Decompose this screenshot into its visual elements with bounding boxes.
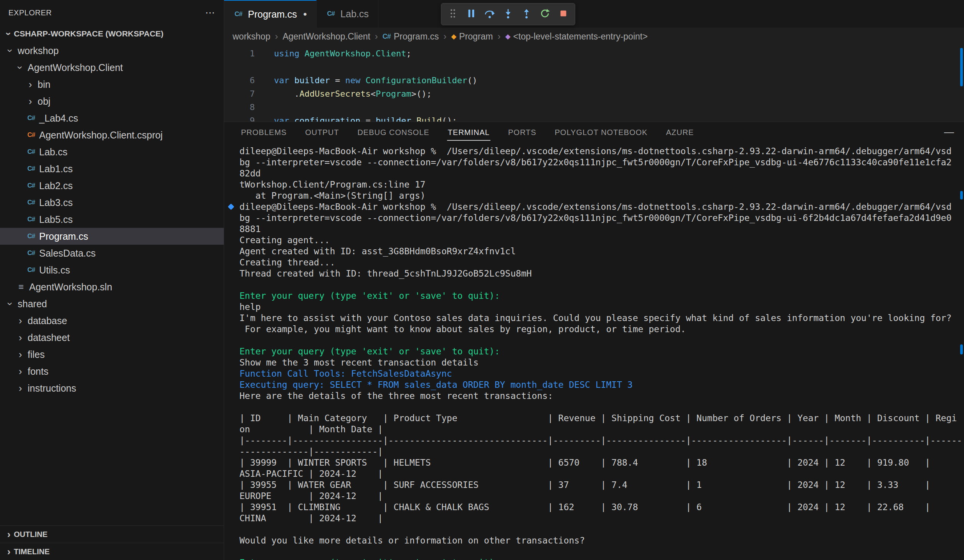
tree-item-Lab3.cs[interactable]: C#Lab3.cs: [0, 194, 224, 211]
terminal-line: | 39999 | WINTER SPORTS | HELMETS | 6570…: [239, 457, 964, 468]
tree-item-label: SalesData.cs: [39, 248, 96, 259]
terminal-line: Agent created with ID: asst_3G8BHdm0BsoR…: [239, 246, 964, 257]
terminal-line: [239, 546, 964, 557]
code-editor[interactable]: 1using AgentWorkshop.Client;6var builder…: [224, 45, 964, 122]
terminal-line: [239, 524, 964, 535]
pause-button[interactable]: [463, 6, 480, 23]
terminal-line: | 39955 | WATER GEAR | SURF ACCESSORIES …: [239, 479, 964, 491]
tree-item-Utils.cs[interactable]: C#Utils.cs: [0, 262, 224, 278]
panel-tab-problems[interactable]: PROBLEMS: [240, 124, 287, 141]
tree-item-datasheet[interactable]: ›datasheet: [0, 329, 224, 346]
csharp-file-icon: C#: [383, 33, 391, 41]
csharp-file-icon: C#: [25, 249, 37, 257]
code-line-text: var configuration = builder.Build();: [255, 114, 457, 122]
terminal-line: Creating thread...: [239, 257, 964, 268]
breadcrumb-label: Program.cs: [394, 31, 439, 42]
terminal-line: Function Call Tools: FetchSalesDataAsync: [239, 368, 964, 379]
step-out-button[interactable]: [518, 6, 535, 23]
step-over-button[interactable]: [481, 6, 498, 23]
tree-item-AgentWorkshop.Client.csproj[interactable]: C#AgentWorkshop.Client.csproj: [0, 127, 224, 143]
scrollbar-mark: [960, 344, 963, 354]
breadcrumb-item-1[interactable]: workshop: [233, 31, 270, 42]
tree-item-shared[interactable]: ›shared: [0, 295, 224, 312]
breadcrumb: workshop›AgentWorkshop.Client›C#Program.…: [224, 28, 964, 45]
breadcrumb-label: <top-level-statements-entry-point>: [513, 31, 647, 42]
stop-button[interactable]: [555, 6, 572, 23]
tree-item-files[interactable]: ›files: [0, 346, 224, 363]
tree-item-obj[interactable]: ›obj: [0, 93, 224, 110]
tree-item-fonts[interactable]: ›fonts: [0, 363, 224, 380]
tree-item-_Lab4.cs[interactable]: C#_Lab4.cs: [0, 110, 224, 127]
breadcrumb-item-3[interactable]: C#Program.cs: [383, 31, 439, 42]
more-actions-icon[interactable]: ⋯: [205, 7, 216, 19]
line-number-gutter[interactable]: 9: [224, 114, 255, 122]
workspace-label: CSHARP-WORKSPACE (WORKSPACE): [14, 29, 163, 38]
csharp-file-icon: C#: [25, 216, 37, 223]
code-line: 1using AgentWorkshop.Client;: [224, 47, 964, 60]
tree-item-Lab2.cs[interactable]: C#Lab2.cs: [0, 177, 224, 194]
modified-dot-icon[interactable]: ●: [303, 10, 307, 18]
panel-tab-azure[interactable]: AZURE: [665, 124, 695, 141]
tree-item-workshop[interactable]: ›workshop: [0, 42, 224, 59]
tree-item-SalesData.cs[interactable]: C#SalesData.cs: [0, 245, 224, 262]
terminal-line: Here are the details of the three most r…: [239, 390, 964, 402]
drag-grip-handle[interactable]: [444, 6, 461, 23]
csharp-file-icon: C#: [25, 199, 37, 206]
line-number-gutter[interactable]: [224, 60, 255, 74]
line-number-gutter[interactable]: 7: [224, 87, 255, 100]
terminal-line: Executing query: SELECT * FROM sales_dat…: [239, 379, 964, 390]
sidebar-header: EXPLORER ⋯: [0, 0, 224, 25]
terminal-line: Creating agent...: [239, 235, 964, 246]
tree-item-Lab1.cs[interactable]: C#Lab1.cs: [0, 160, 224, 177]
panel-tab-output[interactable]: OUTPUT: [304, 124, 340, 141]
terminal-output[interactable]: dileep@Dileeps-MacBook-Air workshop % /U…: [224, 142, 964, 560]
tree-item-label: Lab3.cs: [39, 197, 73, 208]
chevron-right-icon: ›: [15, 316, 25, 326]
restart-icon: [539, 8, 551, 21]
breadcrumb-item-5[interactable]: ◆<top-level-statements-entry-point>: [505, 31, 648, 42]
breadcrumb-separator-icon: ›: [275, 31, 278, 42]
tree-item-Program.cs[interactable]: C#Program.cs: [0, 228, 224, 245]
pause-icon: [465, 8, 477, 21]
editor-area: C#Program.cs●C#Lab.cs workshop›AgentWork…: [224, 0, 964, 122]
tab-label: Program.cs: [248, 9, 297, 20]
tree-item-label: AgentWorkshop.sln: [29, 282, 112, 293]
tree-item-database[interactable]: ›database: [0, 312, 224, 329]
terminal-line: Thread created with ID: thread_5cshTnLJ9…: [239, 268, 964, 279]
outline-section[interactable]: › OUTLINE: [0, 525, 224, 543]
terminal-line: tWorkshop.Client/Program.cs:line 17: [239, 179, 964, 190]
panel-tab-ports[interactable]: PORTS: [507, 124, 537, 141]
command-decoration-icon[interactable]: [228, 204, 234, 210]
breadcrumb-separator-icon: ›: [443, 31, 446, 42]
terminal-line: | ID | Main Category | Product Type | Re…: [239, 413, 964, 424]
panel-tab-debug-console[interactable]: DEBUG CONSOLE: [357, 124, 430, 141]
breadcrumb-item-2[interactable]: AgentWorkshop.Client: [282, 31, 370, 42]
tree-item-Lab.cs[interactable]: C#Lab.cs: [0, 143, 224, 160]
tab-Lab.cs[interactable]: C#Lab.cs: [317, 0, 378, 28]
tree-item-AgentWorkshop.sln[interactable]: ≡AgentWorkshop.sln: [0, 278, 224, 295]
editor-tab-bar: C#Program.cs●C#Lab.cs: [224, 0, 964, 28]
restart-button[interactable]: [536, 6, 553, 23]
tree-item-Lab5.cs[interactable]: C#Lab5.cs: [0, 211, 224, 228]
terminal-line: dileep@Dileeps-MacBook-Air workshop % /U…: [239, 146, 964, 157]
step-into-button[interactable]: [500, 6, 517, 23]
tree-item-bin[interactable]: ›bin: [0, 76, 224, 93]
workspace-root[interactable]: › CSHARP-WORKSPACE (WORKSPACE): [0, 25, 224, 42]
panel-tab-terminal[interactable]: TERMINAL: [447, 124, 490, 141]
breadcrumb-item-4[interactable]: ◆Program: [451, 31, 493, 42]
timeline-section[interactable]: › TIMELINE: [0, 543, 224, 560]
line-number-gutter[interactable]: 8: [224, 100, 255, 114]
tree-item-label: files: [28, 349, 45, 360]
breadcrumb-separator-icon: ›: [498, 31, 501, 42]
breadcrumb-label: workshop: [233, 31, 270, 42]
bottom-panel: PROBLEMSOUTPUTDEBUG CONSOLETERMINALPORTS…: [224, 122, 964, 560]
tree-item-instructions[interactable]: ›instructions: [0, 380, 224, 397]
line-number-gutter[interactable]: 6: [224, 74, 255, 87]
panel-tab-polyglot-notebook[interactable]: POLYGLOT NOTEBOOK: [554, 124, 649, 141]
panel-minimize-icon[interactable]: —: [944, 126, 964, 138]
tab-Program.cs[interactable]: C#Program.cs●: [224, 0, 317, 28]
chevron-right-icon: ›: [15, 366, 25, 376]
terminal-line: CHINA | 2024-12 |: [239, 513, 964, 524]
tree-item-AgentWorkshop.Client[interactable]: ›AgentWorkshop.Client: [0, 59, 224, 76]
line-number-gutter[interactable]: 1: [224, 47, 255, 60]
